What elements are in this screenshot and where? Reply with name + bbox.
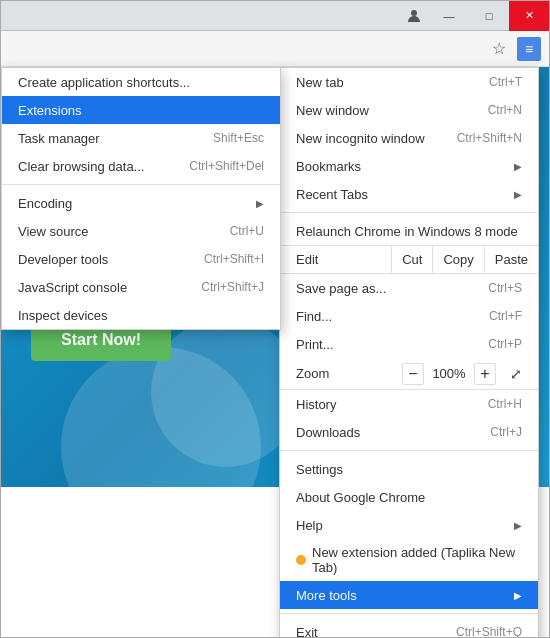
menu-item-label: New incognito window: [296, 131, 437, 146]
submenu-arrow-icon: ▶: [514, 520, 522, 531]
titlebar-buttons: — □ ✕: [399, 1, 549, 31]
fullscreen-button[interactable]: ⤢: [510, 366, 522, 382]
menu-item-label: Help: [296, 518, 514, 533]
user-icon[interactable]: [399, 1, 429, 31]
chrome-dropdown-menu: New tabCtrl+TNew windowCtrl+NNew incogni…: [279, 67, 539, 638]
menu-shortcut: Ctrl+P: [488, 337, 522, 351]
edit-label: Edit: [280, 246, 391, 273]
menu-item-more-tools[interactable]: More tools▶: [280, 581, 538, 609]
menu-item-bookmarks[interactable]: Bookmarks▶: [280, 152, 538, 180]
menu-item-recent-tabs[interactable]: Recent Tabs▶: [280, 180, 538, 208]
menu-item-label: Save page as...: [296, 281, 468, 296]
menu-item-label: More tools: [296, 588, 514, 603]
menu-divider: [280, 450, 538, 451]
submenu-shortcut: Ctrl+U: [230, 224, 264, 238]
menu-divider: [280, 212, 538, 213]
menu-item-find[interactable]: Find...Ctrl+F: [280, 302, 538, 330]
submenu-shortcut: Ctrl+Shift+Del: [189, 159, 264, 173]
menu-item-label: History: [296, 397, 468, 412]
menu-shortcut: Ctrl+J: [490, 425, 522, 439]
maximize-button[interactable]: □: [469, 1, 509, 31]
menu-shortcut: Ctrl+Shift+Q: [456, 625, 522, 638]
menu-shortcut: Ctrl+T: [489, 75, 522, 89]
menu-item-history[interactable]: HistoryCtrl+H: [280, 390, 538, 418]
menu-item-label: New tab: [296, 75, 469, 90]
menu-item-label: Settings: [296, 462, 522, 477]
submenu-item-label: Inspect devices: [18, 308, 264, 323]
menu-item-help[interactable]: Help▶: [280, 511, 538, 539]
submenu-item-clear-browsing-data...[interactable]: Clear browsing data...Ctrl+Shift+Del: [2, 152, 280, 180]
copy-button[interactable]: Copy: [432, 246, 483, 273]
zoom-in-button[interactable]: +: [474, 363, 496, 385]
submenu-item-encoding[interactable]: Encoding▶: [2, 189, 280, 217]
menu-item-label: Downloads: [296, 425, 470, 440]
cut-button[interactable]: Cut: [391, 246, 432, 273]
submenu-item-create-application-shortcuts...[interactable]: Create application shortcuts...: [2, 68, 280, 96]
submenu-item-label: Extensions: [18, 103, 264, 118]
close-button[interactable]: ✕: [509, 1, 549, 31]
edit-row: Edit Cut Copy Paste: [280, 245, 538, 274]
submenu-arrow-icon: ▶: [256, 198, 264, 209]
menu-shortcut: Ctrl+F: [489, 309, 522, 323]
zoom-controls: − 100% + ⤢: [402, 363, 522, 385]
submenu-arrow-icon: ▶: [514, 189, 522, 200]
menu-item-new-extension[interactable]: New extension added (Taplika New Tab): [280, 539, 538, 581]
menu-item-new-incognito[interactable]: New incognito windowCtrl+Shift+N: [280, 124, 538, 152]
menu-item-new-tab[interactable]: New tabCtrl+T: [280, 68, 538, 96]
menu-item-relaunch[interactable]: Relaunch Chrome in Windows 8 mode: [280, 217, 538, 245]
menu-item-exit[interactable]: ExitCtrl+Shift+Q: [280, 618, 538, 638]
menu-item-label: Find...: [296, 309, 469, 324]
submenu-item-label: JavaScript console: [18, 280, 181, 295]
submenu-shortcut: Shift+Esc: [213, 131, 264, 145]
menu-item-label: Relaunch Chrome in Windows 8 mode: [296, 224, 522, 239]
svg-point-0: [411, 10, 417, 16]
submenu-shortcut: Ctrl+Shift+J: [201, 280, 264, 294]
more-tools-submenu: Create application shortcuts...Extension…: [1, 67, 281, 330]
menu-shortcut: Ctrl+Shift+N: [457, 131, 522, 145]
zoom-value: 100%: [430, 366, 468, 381]
menu-item-print[interactable]: Print...Ctrl+P: [280, 330, 538, 358]
browser-toolbar: ☆ ≡: [1, 31, 549, 67]
submenu-item-label: Create application shortcuts...: [18, 75, 264, 90]
submenu-item-task-manager[interactable]: Task managerShift+Esc: [2, 124, 280, 152]
menu-item-label: Bookmarks: [296, 159, 514, 174]
submenu-shortcut: Ctrl+Shift+I: [204, 252, 264, 266]
menu-shortcut: Ctrl+H: [488, 397, 522, 411]
menu-item-settings[interactable]: Settings: [280, 455, 538, 483]
zoom-out-button[interactable]: −: [402, 363, 424, 385]
menu-item-new-window[interactable]: New windowCtrl+N: [280, 96, 538, 124]
submenu-item-javascript-console[interactable]: JavaScript consoleCtrl+Shift+J: [2, 273, 280, 301]
submenu-item-inspect-devices[interactable]: Inspect devices: [2, 301, 280, 329]
submenu-divider: [2, 184, 280, 185]
zoom-label: Zoom: [296, 366, 402, 381]
titlebar: — □ ✕: [1, 1, 549, 31]
menu-item-label: Recent Tabs: [296, 187, 514, 202]
menu-item-about-chrome[interactable]: About Google Chrome: [280, 483, 538, 511]
submenu-item-label: Task manager: [18, 131, 193, 146]
submenu-item-extensions[interactable]: Extensions: [2, 96, 280, 124]
menu-shortcut: Ctrl+N: [488, 103, 522, 117]
submenu-arrow-icon: ▶: [514, 161, 522, 172]
notification-dot: [296, 555, 306, 565]
menu-shortcut: Ctrl+S: [488, 281, 522, 295]
menu-item-downloads[interactable]: DownloadsCtrl+J: [280, 418, 538, 446]
paste-button[interactable]: Paste: [484, 246, 538, 273]
submenu-item-label: Developer tools: [18, 252, 184, 267]
bookmark-star-icon[interactable]: ☆: [487, 37, 511, 61]
minimize-button[interactable]: —: [429, 1, 469, 31]
chrome-menu-button[interactable]: ≡: [517, 37, 541, 61]
submenu-item-label: View source: [18, 224, 210, 239]
submenu-item-developer-tools[interactable]: Developer toolsCtrl+Shift+I: [2, 245, 280, 273]
submenu-item-view-source[interactable]: View sourceCtrl+U: [2, 217, 280, 245]
menu-item-label: New window: [296, 103, 468, 118]
menu-divider: [280, 613, 538, 614]
menu-item-save-page[interactable]: Save page as...Ctrl+S: [280, 274, 538, 302]
zoom-row: Zoom − 100% + ⤢: [280, 358, 538, 390]
browser-window: — □ ✕ ☆ ≡ Uninstall Support Transform th…: [0, 0, 550, 638]
menu-item-label: New extension added (Taplika New Tab): [312, 545, 522, 575]
menu-item-label: About Google Chrome: [296, 490, 522, 505]
submenu-arrow-icon: ▶: [514, 590, 522, 601]
menu-item-label: Exit: [296, 625, 436, 639]
menu-item-label: Print...: [296, 337, 468, 352]
submenu-item-label: Clear browsing data...: [18, 159, 169, 174]
